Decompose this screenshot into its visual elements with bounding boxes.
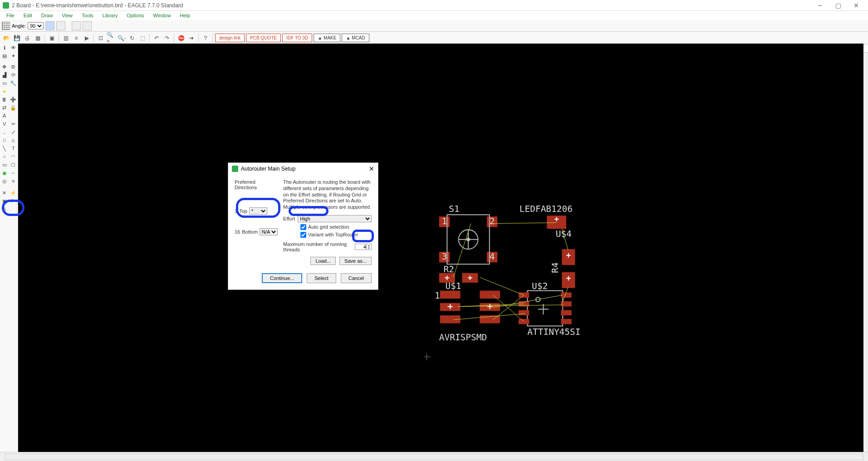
cam-icon[interactable]: ▦ (33, 34, 42, 43)
menu-window[interactable]: Window (148, 13, 175, 18)
save-icon[interactable]: 💾 (12, 34, 21, 43)
script-icon[interactable]: ≡ (72, 34, 81, 43)
load-button[interactable]: Load... (310, 257, 336, 265)
schematic-icon[interactable]: ▣ (47, 34, 56, 43)
via-tool-icon[interactable]: ◉ (0, 169, 9, 177)
undo-icon[interactable]: ↶ (152, 34, 161, 43)
signal-tool-icon[interactable]: ─ (9, 169, 18, 177)
replace-tool-icon[interactable]: ⇄ (0, 103, 9, 112)
errors-tool-icon[interactable]: ⚐ (9, 197, 18, 205)
attribute-tool-icon[interactable]: ≡ (9, 177, 18, 185)
mcad-button[interactable]: ▲MCAD (342, 34, 369, 42)
label-led: LEDFAB1206 (520, 204, 573, 214)
label-attiny: ATTINY45SI (527, 327, 580, 337)
zoom-select-icon[interactable]: ⬚ (138, 34, 147, 43)
horizontal-scrollbar[interactable] (5, 454, 863, 460)
dialog-close-icon[interactable]: ✕ (369, 165, 374, 172)
layer-stack-button[interactable] (72, 21, 81, 30)
rotate-tool-icon[interactable]: ⟳ (9, 71, 18, 79)
hole-tool-icon[interactable]: ◎ (0, 177, 9, 185)
change-tool-icon[interactable]: 🔧 (9, 79, 18, 87)
zoom-in-icon[interactable]: 🔍+ (107, 34, 116, 43)
zoom-out-icon[interactable]: 🔍- (117, 34, 126, 43)
layer-bottom-select[interactable]: N/A (260, 228, 278, 235)
svg-rect-47 (561, 310, 571, 315)
miter-tool-icon[interactable]: ⦦ (0, 128, 9, 136)
grid-snap-button[interactable] (45, 21, 54, 30)
print-icon[interactable]: 🖨 (23, 34, 32, 43)
dialog-titlebar[interactable]: Autorouter Main Setup ✕ (228, 163, 378, 175)
wire-tool-icon[interactable]: ╲ (0, 144, 9, 152)
polygon-tool-icon[interactable]: ⬠ (9, 161, 18, 169)
ripup-tool-icon[interactable]: ⎌ (9, 136, 18, 144)
menu-edit[interactable]: Edit (19, 13, 37, 18)
show-tool-icon[interactable]: 👁 (9, 44, 18, 52)
route-tool-icon[interactable]: ⎍ (0, 136, 9, 144)
design-link-button[interactable]: design link (215, 34, 245, 42)
smash-tool-icon[interactable]: ✂ (9, 120, 18, 128)
rect-tool-icon[interactable]: ▭ (0, 161, 9, 169)
continue-button[interactable]: Continue... (262, 273, 302, 283)
auto-tool-icon[interactable]: ⚡ (9, 189, 18, 197)
menu-tools[interactable]: Tools (77, 13, 98, 18)
board-canvas[interactable]: S1 1 2 3 4 R2 LEDFAB1206 U$4 R4 U$1 1 (18, 44, 863, 452)
text-tool-icon[interactable]: T (9, 144, 18, 152)
menu-library[interactable]: Library (98, 13, 123, 18)
save-as-button[interactable]: Save as... (339, 257, 372, 265)
menu-file[interactable]: File (2, 13, 19, 18)
select-button[interactable]: Select (307, 273, 336, 283)
layer-top-select[interactable]: * (249, 207, 267, 215)
spin-down-icon[interactable]: ▼ (367, 247, 371, 250)
circle-tool-icon[interactable]: ○ (0, 152, 9, 161)
info-tool-icon[interactable]: ℹ (0, 44, 9, 52)
app-icon (3, 2, 9, 9)
arc-tool-icon[interactable]: ◠ (9, 152, 18, 161)
angle-select[interactable]: 90 (28, 22, 44, 29)
value-tool-icon[interactable]: V (0, 120, 9, 128)
delete-tool-icon[interactable]: 🗑 (0, 95, 9, 103)
angle-label: Angle: (12, 23, 26, 29)
menu-help[interactable]: Help (175, 13, 195, 18)
menu-draw[interactable]: Draw (37, 13, 58, 18)
close-button[interactable]: ✕ (847, 2, 865, 9)
idf-3d-button[interactable]: IDF TO 3D (282, 34, 312, 42)
help-icon[interactable]: ? (201, 34, 210, 43)
paste-tool-icon[interactable]: ● (0, 87, 9, 95)
maximize-button[interactable]: ▢ (829, 2, 847, 9)
run-icon[interactable]: ▶ (82, 34, 91, 43)
toprouter-checkbox[interactable]: Variant with TopRouter (300, 232, 372, 238)
threads-spinner[interactable]: ▲▼ (355, 244, 372, 250)
mirror-tool-icon[interactable]: ▟ (0, 71, 9, 79)
menu-options[interactable]: Options (122, 13, 148, 18)
library-icon[interactable]: ▥ (61, 34, 70, 43)
split-tool-icon[interactable]: ⤢ (9, 128, 18, 136)
zoom-redraw-icon[interactable]: ↻ (128, 34, 137, 43)
warning-icon[interactable]: ⚠ (0, 205, 9, 213)
auto-grid-checkbox[interactable]: Auto grid selection (300, 224, 372, 230)
effort-select[interactable]: High (298, 215, 372, 222)
name-tool-icon[interactable]: A (0, 112, 9, 120)
group-tool-icon[interactable]: ▭ (0, 79, 9, 87)
mark-tool-icon[interactable]: ✦ (9, 52, 18, 60)
layer-list-button[interactable] (83, 21, 92, 30)
copy-tool-icon[interactable]: ⧉ (9, 63, 18, 71)
cancel-button[interactable]: Cancel (341, 273, 372, 283)
make-button[interactable]: ▲MAKE (314, 34, 340, 42)
minimize-button[interactable]: ─ (811, 2, 829, 9)
zoom-fit-icon[interactable]: ⊡ (96, 34, 105, 43)
menu-view[interactable]: View (57, 13, 77, 18)
threads-input[interactable] (355, 244, 366, 250)
open-icon[interactable]: 📂 (2, 34, 11, 43)
grid-icon[interactable] (2, 22, 10, 30)
layer-tool-icon[interactable]: ▤ (0, 52, 9, 60)
move-tool-icon[interactable]: ✥ (0, 63, 9, 71)
ratsnest-tool-icon[interactable]: ✕ (0, 189, 9, 197)
erc-tool-icon[interactable]: ▣ (0, 197, 9, 205)
go-icon[interactable]: ➔ (187, 34, 196, 43)
grid-style-button[interactable] (56, 21, 65, 30)
stop-icon[interactable]: ⛔ (177, 34, 186, 43)
redo-icon[interactable]: ↷ (162, 34, 172, 43)
pcb-quote-button[interactable]: PCB QUOTE (246, 34, 281, 42)
add-tool-icon[interactable]: ➕ (9, 95, 18, 103)
lock-tool-icon[interactable]: 🔒 (9, 103, 18, 112)
